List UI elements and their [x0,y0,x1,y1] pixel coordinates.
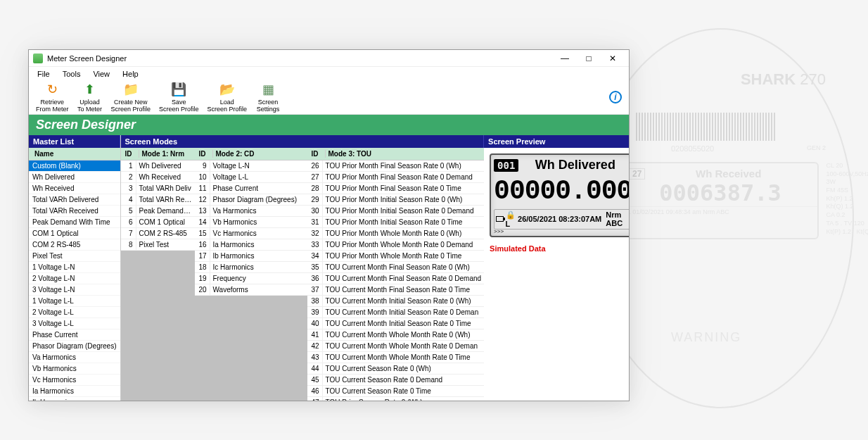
lcd-screen-id: 001 [494,159,518,172]
master-list-item[interactable]: Vc Harmonics [29,375,120,386]
mode-list-item[interactable]: 30TOU Prior Month Initial Season Rate 0 … [307,206,485,217]
mode-list-item[interactable]: 19Frequency [195,273,307,284]
mode-list-item[interactable]: 6COM 1 Optical [121,217,195,228]
mode-list-item[interactable]: 8Pixel Test [121,239,195,251]
screen-modes-header: Screen Modes [121,135,485,148]
master-list-item[interactable]: COM 2 RS-485 [29,239,120,251]
mode-list-item[interactable]: 36TOU Current Month Final Season Rate 0 … [307,273,485,284]
mode-list-item[interactable]: 45TOU Current Season Rate 0 Demand [307,375,485,386]
mode-list-item[interactable]: 11Phase Current [195,183,307,194]
master-list-item[interactable]: Wh Received [29,183,120,194]
mode-list-item[interactable]: 2Wh Received [121,172,195,183]
mode-list-item[interactable]: 32TOU Prior Month Whole Month Rate 0 (Wh… [307,228,485,239]
load-screen-profile-button[interactable]: 📂LoadScreen Profile [203,81,252,115]
mode-list-item[interactable]: 34TOU Prior Month Whole Month Rate 0 Tim… [307,251,485,262]
master-list-item[interactable]: 3 Voltage L-N [29,284,120,296]
mode-list-item[interactable]: 16Ia Harmonics [195,239,307,251]
master-list-item[interactable]: 3 Voltage L-L [29,318,120,329]
master-list-item[interactable]: COM 1 Optical [29,228,120,239]
app-window: Meter Screen Designer — □ ✕ FileToolsVie… [28,49,630,401]
create-new-screen-profile-button[interactable]: 📁Create NewScreen Profile [107,81,155,115]
toolbar-icon: 📂 [219,82,235,98]
mode-list-item[interactable]: 5Peak Demand W [121,206,195,217]
mode-list-item[interactable]: 42TOU Current Month Whole Month Rate 0 D… [307,341,485,352]
screen-preview-panel: Screen Preview 001 Wh Delivered 00000.00… [484,135,629,401]
screen-modes-panel: Screen Modes IDMode 1: Nrm 1Wh Delivered… [121,135,485,401]
mode3-column: IDMode 3: TOU 26TOU Prior Month Final Se… [307,148,485,401]
menu-file[interactable]: File [32,68,56,80]
mode-list-item[interactable]: 14Vb Harmonics [195,217,307,228]
mode-list-item[interactable]: 4Total VARh Rece [121,194,195,206]
save-screen-profile-button[interactable]: 💾SaveScreen Profile [155,81,203,115]
info-icon[interactable]: i [609,91,622,103]
lcd-simulator: 001 Wh Delivered 00000.000 🔒L 26/05/2021… [490,153,629,237]
mode-list-item[interactable]: 31TOU Prior Month Initial Season Rate 0 … [307,217,485,228]
mode-list-item[interactable]: 47TOU Prior Season Rate 0 (Wh) [307,397,485,401]
master-list-item[interactable]: 1 Voltage L-L [29,296,120,307]
background-meter-illustration: SHARK 270 0208055020 GEN 2 27 Wh Receive… [608,28,854,408]
titlebar[interactable]: Meter Screen Designer — □ ✕ [29,50,629,67]
master-list[interactable]: Custom (Blank)Wh DeliveredWh ReceivedTot… [29,161,120,401]
mode-list-item[interactable]: 12Phasor Diagram (Degrees) [195,194,307,206]
screen-settings-button[interactable]: ▦ScreenSettings [251,81,285,115]
mode-list-item[interactable]: 20Waveforms [195,284,307,296]
master-list-item[interactable]: Va Harmonics [29,352,120,363]
minimize-button[interactable]: — [553,51,577,66]
master-list-item[interactable]: Phasor Diagram (Degrees) [29,341,120,352]
mode2-list[interactable]: 9Voltage L-N10Voltage L-L11Phase Current… [195,161,307,296]
mode-list-item[interactable]: 29TOU Prior Month Initial Season Rate 0 … [307,194,485,206]
mode-list-item[interactable]: 7COM 2 RS-485 [121,228,195,239]
lcd-time: 08:23:07AM [559,215,601,223]
mode-list-item[interactable]: 18Ic Harmonics [195,262,307,273]
mode-list-item[interactable]: 9Voltage L-N [195,161,307,172]
master-list-item[interactable]: 2 Voltage L-N [29,273,120,284]
toolbar-icon: ↻ [44,82,60,98]
toolbar-icon: 📁 [123,82,139,98]
mode-list-item[interactable]: 27TOU Prior Month Final Season Rate 0 De… [307,172,485,183]
mode-list-item[interactable]: 15Vc Harmonics [195,228,307,239]
master-list-item[interactable]: 1 Voltage L-N [29,262,120,273]
mode-list-item[interactable]: 26TOU Prior Month Final Season Rate 0 (W… [307,161,485,172]
mode-list-item[interactable]: 17Ib Harmonics [195,251,307,262]
menu-view[interactable]: View [87,68,115,80]
menubar: FileToolsViewHelp [29,67,629,81]
master-list-item[interactable]: Pixel Test [29,251,120,262]
mode3-list[interactable]: 26TOU Prior Month Final Season Rate 0 (W… [307,161,485,401]
retrieve-from-meter-button[interactable]: ↻RetrieveFrom Meter [32,81,73,115]
master-list-item[interactable]: Peak Demand With Time [29,217,120,228]
master-list-item[interactable]: Total VARh Received [29,206,120,217]
banner: Screen Designer [29,115,629,135]
master-list-item[interactable]: Wh Delivered [29,172,120,183]
mode-list-item[interactable]: 3Total VARh Deliv [121,183,195,194]
master-list-item[interactable]: Ia Harmonics [29,386,120,397]
mode-list-item[interactable]: 33TOU Prior Month Whole Month Rate 0 Dem… [307,239,485,251]
mode1-list[interactable]: 1Wh Delivered2Wh Received3Total VARh Del… [121,161,195,251]
mode-list-item[interactable]: 41TOU Current Month Whole Month Rate 0 (… [307,329,485,341]
master-list-item[interactable]: Custom (Blank) [29,161,120,172]
lcd-status-bar: 🔒L 26/05/2021 08:23:07AM Nrm ABC [494,209,629,230]
master-list-subheader: Name [29,148,120,161]
master-list-item[interactable]: Vb Harmonics [29,363,120,375]
lcd-mode: Nrm ABC [606,210,629,227]
mode-list-item[interactable]: 44TOU Current Season Rate 0 (Wh) [307,363,485,375]
close-button[interactable]: ✕ [601,51,625,66]
master-list-item[interactable]: Phase Current [29,329,120,341]
menu-help[interactable]: Help [117,68,144,80]
maximize-button[interactable]: □ [577,51,601,66]
master-list-item[interactable]: Total VARh Delivered [29,194,120,206]
mode-list-item[interactable]: 35TOU Current Month Final Season Rate 0 … [307,262,485,273]
mode-list-item[interactable]: 10Voltage L-L [195,172,307,183]
upload-to-meter-button[interactable]: ⬆UploadTo Meter [73,81,107,115]
mode-list-item[interactable]: 1Wh Delivered [121,161,195,172]
mode-list-item[interactable]: 39TOU Current Month Initial Season Rate … [307,307,485,318]
master-list-item[interactable]: Ib Harmonics [29,397,120,401]
mode-list-item[interactable]: 43TOU Current Month Whole Month Rate 0 T… [307,352,485,363]
master-list-item[interactable]: 2 Voltage L-L [29,307,120,318]
mode-list-item[interactable]: 46TOU Current Season Rate 0 Time [307,386,485,397]
mode-list-item[interactable]: 37TOU Current Month Final Season Rate 0 … [307,284,485,296]
menu-tools[interactable]: Tools [57,68,87,80]
mode-list-item[interactable]: 38TOU Current Month Initial Season Rate … [307,296,485,307]
mode-list-item[interactable]: 28TOU Prior Month Final Season Rate 0 Ti… [307,183,485,194]
mode-list-item[interactable]: 40TOU Current Month Initial Season Rate … [307,318,485,329]
mode-list-item[interactable]: 13Va Harmonics [195,206,307,217]
